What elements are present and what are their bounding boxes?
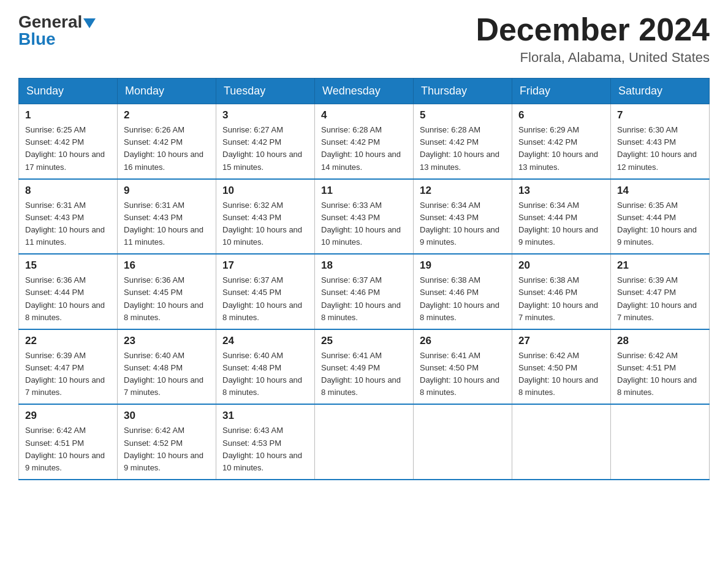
calendar-cell: 4 Sunrise: 6:28 AM Sunset: 4:42 PM Dayli… [315, 104, 414, 179]
col-sunday: Sunday [19, 79, 118, 104]
day-number: 20 [518, 259, 604, 272]
day-number: 28 [617, 335, 703, 347]
col-saturday: Saturday [611, 79, 710, 104]
calendar-week-1: 1 Sunrise: 6:25 AM Sunset: 4:42 PM Dayli… [19, 104, 710, 179]
calendar-cell: 2 Sunrise: 6:26 AM Sunset: 4:42 PM Dayli… [118, 104, 216, 179]
day-number: 16 [124, 259, 210, 272]
logo: General Blue [18, 12, 96, 49]
day-info: Sunrise: 6:25 AM Sunset: 4:42 PM Dayligh… [25, 124, 111, 174]
calendar-week-5: 29 Sunrise: 6:42 AM Sunset: 4:51 PM Dayl… [19, 404, 710, 480]
calendar-cell: 11 Sunrise: 6:33 AM Sunset: 4:43 PM Dayl… [315, 179, 414, 255]
title-section: December 2024 Florala, Alabama, United S… [476, 12, 710, 66]
calendar-cell: 14 Sunrise: 6:35 AM Sunset: 4:44 PM Dayl… [611, 179, 710, 255]
day-info: Sunrise: 6:39 AM Sunset: 4:47 PM Dayligh… [617, 274, 703, 324]
day-number: 6 [518, 109, 604, 121]
calendar-cell: 9 Sunrise: 6:31 AM Sunset: 4:43 PM Dayli… [118, 179, 216, 255]
calendar-cell: 5 Sunrise: 6:28 AM Sunset: 4:42 PM Dayli… [414, 104, 512, 179]
calendar-cell: 18 Sunrise: 6:37 AM Sunset: 4:46 PM Dayl… [315, 254, 414, 329]
calendar-cell: 1 Sunrise: 6:25 AM Sunset: 4:42 PM Dayli… [19, 104, 118, 179]
logo-triangle-icon [83, 18, 96, 28]
calendar-table: Sunday Monday Tuesday Wednesday Thursday… [18, 78, 710, 480]
calendar-cell: 26 Sunrise: 6:41 AM Sunset: 4:50 PM Dayl… [414, 329, 512, 405]
calendar-cell [414, 404, 512, 480]
day-info: Sunrise: 6:34 AM Sunset: 4:43 PM Dayligh… [420, 199, 506, 249]
day-number: 11 [321, 185, 407, 197]
day-info: Sunrise: 6:39 AM Sunset: 4:47 PM Dayligh… [25, 350, 111, 399]
page-header: General Blue December 2024 Florala, Alab… [18, 12, 710, 66]
col-thursday: Thursday [414, 79, 512, 104]
calendar-cell: 15 Sunrise: 6:36 AM Sunset: 4:44 PM Dayl… [19, 254, 118, 329]
calendar-cell: 22 Sunrise: 6:39 AM Sunset: 4:47 PM Dayl… [19, 329, 118, 405]
day-info: Sunrise: 6:41 AM Sunset: 4:50 PM Dayligh… [420, 350, 506, 399]
logo-blue-text: Blue [18, 29, 56, 49]
day-number: 14 [617, 185, 703, 197]
calendar-cell: 24 Sunrise: 6:40 AM Sunset: 4:48 PM Dayl… [216, 329, 315, 405]
day-info: Sunrise: 6:31 AM Sunset: 4:43 PM Dayligh… [25, 199, 111, 249]
day-info: Sunrise: 6:38 AM Sunset: 4:46 PM Dayligh… [518, 274, 604, 324]
day-number: 17 [222, 259, 308, 272]
day-info: Sunrise: 6:42 AM Sunset: 4:50 PM Dayligh… [518, 350, 604, 399]
calendar-week-4: 22 Sunrise: 6:39 AM Sunset: 4:47 PM Dayl… [19, 329, 710, 405]
day-number: 27 [518, 335, 604, 347]
calendar-cell: 8 Sunrise: 6:31 AM Sunset: 4:43 PM Dayli… [19, 179, 118, 255]
calendar-cell: 7 Sunrise: 6:30 AM Sunset: 4:43 PM Dayli… [611, 104, 710, 179]
day-number: 24 [222, 335, 308, 347]
calendar-cell: 31 Sunrise: 6:43 AM Sunset: 4:53 PM Dayl… [216, 404, 315, 480]
day-number: 1 [25, 109, 111, 121]
col-tuesday: Tuesday [216, 79, 315, 104]
day-info: Sunrise: 6:33 AM Sunset: 4:43 PM Dayligh… [321, 199, 407, 249]
day-number: 19 [420, 259, 506, 272]
col-wednesday: Wednesday [315, 79, 414, 104]
calendar-cell [315, 404, 414, 480]
calendar-cell: 16 Sunrise: 6:36 AM Sunset: 4:45 PM Dayl… [118, 254, 216, 329]
day-info: Sunrise: 6:30 AM Sunset: 4:43 PM Dayligh… [617, 124, 703, 174]
day-number: 18 [321, 259, 407, 272]
day-number: 5 [420, 109, 506, 121]
day-info: Sunrise: 6:32 AM Sunset: 4:43 PM Dayligh… [222, 199, 308, 249]
col-friday: Friday [512, 79, 611, 104]
day-number: 13 [518, 185, 604, 197]
day-info: Sunrise: 6:36 AM Sunset: 4:45 PM Dayligh… [124, 274, 210, 324]
calendar-cell: 25 Sunrise: 6:41 AM Sunset: 4:49 PM Dayl… [315, 329, 414, 405]
calendar-cell: 17 Sunrise: 6:37 AM Sunset: 4:45 PM Dayl… [216, 254, 315, 329]
calendar-cell: 13 Sunrise: 6:34 AM Sunset: 4:44 PM Dayl… [512, 179, 611, 255]
calendar-cell: 12 Sunrise: 6:34 AM Sunset: 4:43 PM Dayl… [414, 179, 512, 255]
calendar-week-2: 8 Sunrise: 6:31 AM Sunset: 4:43 PM Dayli… [19, 179, 710, 255]
day-number: 21 [617, 259, 703, 272]
location-label: Florala, Alabama, United States [476, 50, 710, 66]
calendar-cell: 23 Sunrise: 6:40 AM Sunset: 4:48 PM Dayl… [118, 329, 216, 405]
day-number: 3 [222, 109, 308, 121]
day-info: Sunrise: 6:27 AM Sunset: 4:42 PM Dayligh… [222, 124, 308, 174]
day-info: Sunrise: 6:36 AM Sunset: 4:44 PM Dayligh… [25, 274, 111, 324]
calendar-cell: 19 Sunrise: 6:38 AM Sunset: 4:46 PM Dayl… [414, 254, 512, 329]
calendar-cell: 3 Sunrise: 6:27 AM Sunset: 4:42 PM Dayli… [216, 104, 315, 179]
calendar-cell [611, 404, 710, 480]
day-info: Sunrise: 6:43 AM Sunset: 4:53 PM Dayligh… [222, 424, 308, 474]
day-info: Sunrise: 6:26 AM Sunset: 4:42 PM Dayligh… [124, 124, 210, 174]
calendar-cell: 21 Sunrise: 6:39 AM Sunset: 4:47 PM Dayl… [611, 254, 710, 329]
col-monday: Monday [118, 79, 216, 104]
day-number: 9 [124, 185, 210, 197]
day-info: Sunrise: 6:31 AM Sunset: 4:43 PM Dayligh… [124, 199, 210, 249]
day-info: Sunrise: 6:40 AM Sunset: 4:48 PM Dayligh… [124, 350, 210, 399]
calendar-cell: 30 Sunrise: 6:42 AM Sunset: 4:52 PM Dayl… [118, 404, 216, 480]
calendar-cell: 6 Sunrise: 6:29 AM Sunset: 4:42 PM Dayli… [512, 104, 611, 179]
calendar-cell: 27 Sunrise: 6:42 AM Sunset: 4:50 PM Dayl… [512, 329, 611, 405]
day-info: Sunrise: 6:28 AM Sunset: 4:42 PM Dayligh… [321, 124, 407, 174]
day-info: Sunrise: 6:42 AM Sunset: 4:52 PM Dayligh… [124, 424, 210, 474]
day-number: 29 [25, 410, 111, 422]
day-number: 2 [124, 109, 210, 121]
day-info: Sunrise: 6:40 AM Sunset: 4:48 PM Dayligh… [222, 350, 308, 399]
month-title: December 2024 [476, 12, 710, 47]
day-number: 30 [124, 410, 210, 422]
day-number: 8 [25, 185, 111, 197]
day-number: 10 [222, 185, 308, 197]
day-info: Sunrise: 6:37 AM Sunset: 4:46 PM Dayligh… [321, 274, 407, 324]
day-number: 22 [25, 335, 111, 347]
day-number: 31 [222, 410, 308, 422]
calendar-header-row: Sunday Monday Tuesday Wednesday Thursday… [19, 79, 710, 104]
day-number: 23 [124, 335, 210, 347]
day-info: Sunrise: 6:34 AM Sunset: 4:44 PM Dayligh… [518, 199, 604, 249]
day-info: Sunrise: 6:42 AM Sunset: 4:51 PM Dayligh… [25, 424, 111, 474]
day-number: 25 [321, 335, 407, 347]
